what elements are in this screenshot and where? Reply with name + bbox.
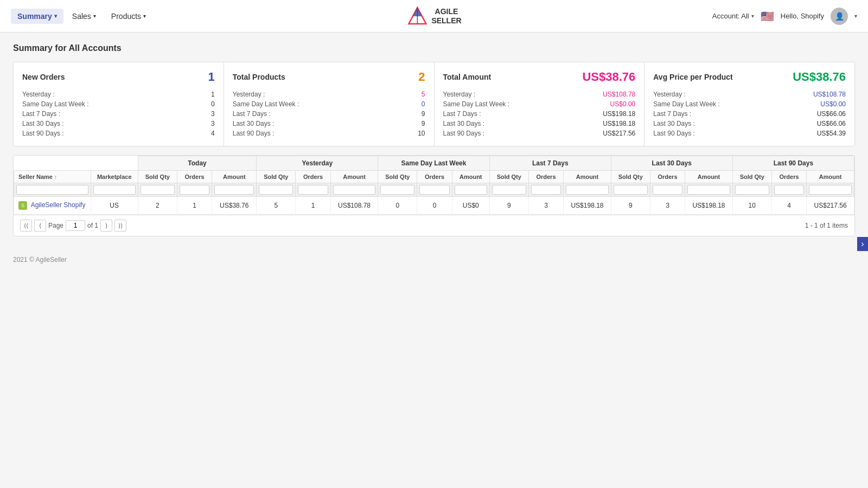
new-orders-label-3: Last 30 Days :: [22, 120, 64, 127]
filter-sdlw-amount[interactable]: [452, 183, 489, 197]
filter-l7d-amount-input[interactable]: [566, 185, 609, 195]
filter-sdlw-amount-input[interactable]: [455, 185, 487, 195]
ap-row-1: Same Day Last Week : US$0.00: [653, 99, 846, 109]
new-orders-label-1: Same Day Last Week :: [22, 100, 89, 108]
filter-yest-orders-input[interactable]: [298, 185, 328, 195]
filter-l30d-amount-input[interactable]: [687, 185, 730, 195]
total-products-row-0: Yesterday : 5: [233, 89, 425, 99]
ta-label-0: Yesterday :: [443, 91, 476, 98]
filter-l7d-orders-input[interactable]: [531, 185, 561, 195]
filter-seller[interactable]: [14, 183, 91, 197]
ta-label-4: Last 90 Days :: [443, 130, 485, 137]
summary-label: Summary: [17, 12, 52, 21]
ch-l7d-sold-qty: Sold Qty: [489, 171, 528, 183]
user-dropdown-icon: ▾: [854, 13, 857, 19]
last-page-button[interactable]: ⟩⟩: [114, 220, 126, 232]
table-scroll[interactable]: Today Yesterday Same Day Last Week Last …: [14, 156, 854, 215]
filter-yest-orders[interactable]: [296, 183, 330, 197]
ch-sdlw-amount: Amount: [452, 171, 489, 183]
first-page-button[interactable]: ⟨⟨: [20, 220, 32, 232]
filter-today-amount-input[interactable]: [214, 185, 254, 195]
filter-l7d-amount[interactable]: [564, 183, 611, 197]
filter-marketplace-input[interactable]: [93, 185, 136, 195]
ap-val-0: US$108.78: [813, 91, 846, 98]
filter-yest-amount-input[interactable]: [333, 185, 376, 195]
ap-val-1: US$0.00: [820, 100, 846, 108]
ch-sdlw-orders: Orders: [417, 171, 452, 183]
l30d-orders-cell: 3: [650, 197, 685, 215]
ch-today-amount: Amount: [212, 171, 257, 183]
filter-marketplace[interactable]: [91, 183, 138, 197]
total-products-value: 2: [418, 70, 425, 84]
filter-yest-sold-input[interactable]: [259, 185, 293, 195]
filter-seller-input[interactable]: [16, 185, 88, 195]
page-input[interactable]: [66, 220, 85, 231]
seller-name-text: AgileSeller Shopify: [31, 201, 86, 209]
data-table: Today Yesterday Same Day Last Week Last …: [14, 156, 854, 215]
filter-l30d-sold-input[interactable]: [614, 185, 648, 195]
marketplace-cell: US: [91, 197, 138, 215]
seller-name-cell[interactable]: S AgileSeller Shopify: [14, 197, 91, 215]
filter-l30d-orders-input[interactable]: [653, 185, 682, 195]
filter-l30d-orders[interactable]: [650, 183, 685, 197]
ap-row-3: Last 30 Days : US$66.06: [653, 119, 846, 129]
filter-l90d-orders[interactable]: [771, 183, 806, 197]
nav-sales-button[interactable]: Sales ▾: [66, 9, 103, 24]
ta-val-3: US$198.18: [603, 120, 635, 127]
scroll-right-indicator[interactable]: ›: [857, 237, 868, 251]
account-selector[interactable]: Account: All ▾: [712, 12, 754, 20]
summary-cards: New Orders 1 Yesterday : 1 Same Day Last…: [13, 62, 855, 146]
nav-products-button[interactable]: Products ▾: [105, 9, 152, 24]
filter-l30d-amount[interactable]: [685, 183, 733, 197]
filter-l90d-sold-input[interactable]: [735, 185, 769, 195]
new-orders-header: New Orders 1: [22, 70, 215, 84]
new-orders-val-1: 0: [211, 100, 215, 108]
avg-price-title: Avg Price per Product: [653, 73, 733, 81]
filter-l90d-sold[interactable]: [732, 183, 771, 197]
gh-marketplace: [91, 156, 138, 171]
total-products-row-2: Last 7 Days : 9: [233, 109, 425, 119]
navbar: Summary ▾ Sales ▾ Products ▾ AGILE SELLE…: [0, 0, 868, 33]
gh-seller: [14, 156, 91, 171]
filter-l30d-sold[interactable]: [611, 183, 650, 197]
total-amount-title: Total Amount: [443, 73, 492, 81]
total-products-row-1: Same Day Last Week : 0: [233, 99, 425, 109]
ch-l90d-orders: Orders: [771, 171, 806, 183]
products-label: Products: [111, 12, 141, 21]
l30d-sold-qty-cell: 9: [611, 197, 650, 215]
total-products-header: Total Products 2: [233, 70, 425, 84]
l7d-orders-cell: 3: [528, 197, 563, 215]
filter-l7d-orders[interactable]: [528, 183, 563, 197]
nav-summary-button[interactable]: Summary ▾: [11, 9, 63, 24]
ch-l30d-sold-qty: Sold Qty: [611, 171, 650, 183]
prev-page-button[interactable]: ⟨: [34, 220, 46, 232]
filter-l7d-sold-input[interactable]: [492, 185, 526, 195]
page-title: Summary for All Accounts: [13, 43, 855, 53]
filter-l90d-amount[interactable]: [807, 183, 854, 197]
filter-today-amount[interactable]: [212, 183, 257, 197]
ch-seller-name[interactable]: Seller Name ↑: [14, 171, 91, 183]
filter-today-orders-input[interactable]: [180, 185, 209, 195]
gh-l7d: Last 7 Days: [489, 156, 611, 171]
filter-sdlw-orders-input[interactable]: [419, 185, 449, 195]
filter-sdlw-sold-input[interactable]: [380, 185, 414, 195]
filter-today-sold-input[interactable]: [141, 185, 175, 195]
ap-row-0: Yesterday : US$108.78: [653, 89, 846, 99]
hello-text: Hello, Shopify: [781, 12, 824, 20]
filter-l90d-amount-input[interactable]: [809, 185, 852, 195]
filter-sdlw-sold[interactable]: [378, 183, 417, 197]
filter-yest-amount[interactable]: [330, 183, 378, 197]
filter-sdlw-orders[interactable]: [417, 183, 452, 197]
filter-l7d-sold[interactable]: [489, 183, 528, 197]
avatar[interactable]: 👤: [831, 8, 848, 25]
filter-today-sold[interactable]: [138, 183, 177, 197]
tp-label-4: Last 90 Days :: [233, 130, 275, 137]
filter-yest-sold[interactable]: [257, 183, 296, 197]
filter-today-orders[interactable]: [177, 183, 212, 197]
l90d-sold-qty-cell: 10: [732, 197, 771, 215]
new-orders-row-0: Yesterday : 1: [22, 89, 215, 99]
next-page-button[interactable]: ⟩: [100, 220, 112, 232]
filter-l90d-orders-input[interactable]: [774, 185, 804, 195]
new-orders-label-0: Yesterday :: [22, 91, 55, 98]
ch-l90d-amount: Amount: [807, 171, 854, 183]
